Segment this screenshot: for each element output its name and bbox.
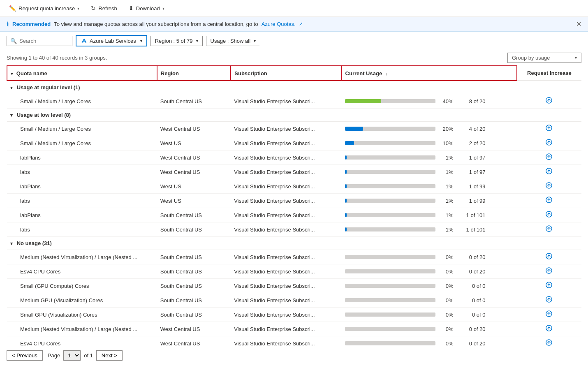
next-btn[interactable]: Next > — [96, 350, 123, 361]
chevron-down-icon: ▾ — [575, 56, 577, 60]
request-increase-cell[interactable] — [517, 264, 581, 279]
group-header-row[interactable]: ▾ No usage (31) — [7, 237, 581, 250]
group-by-dropdown[interactable]: Group by usage ▾ — [507, 53, 581, 63]
summary-row: Showing 1 to 40 of 40 records in 3 group… — [0, 50, 588, 65]
request-increase-icon[interactable] — [546, 125, 552, 132]
region-filter-pill[interactable]: Region : 5 of 79 ▾ — [150, 36, 203, 46]
subscription-cell: Visual Studio Enterprise Subscri... — [231, 336, 341, 346]
request-increase-icon[interactable] — [546, 311, 552, 318]
search-box[interactable]: 🔍 — [7, 36, 72, 46]
group-header-row[interactable]: ▾ Usage at low level (8) — [7, 109, 581, 122]
request-increase-cell[interactable] — [517, 222, 581, 237]
request-increase-cell[interactable] — [517, 122, 581, 136]
request-increase-icon[interactable] — [546, 297, 552, 304]
refresh-btn[interactable]: ↻ Refresh — [88, 3, 120, 13]
request-increase-cell[interactable] — [517, 336, 581, 346]
progress-bar-bg — [345, 199, 435, 203]
subscription-cell: Visual Studio Enterprise Subscri... — [231, 194, 341, 208]
azure-quotas-link[interactable]: Azure Quotas. — [262, 21, 296, 27]
quota-name-cell: labPlans — [7, 150, 157, 165]
progress-pct: 0% — [439, 254, 454, 260]
group-toggle-icon[interactable]: ▾ — [10, 241, 13, 246]
progress-bar-bg — [345, 227, 435, 231]
usage-cell: 1% 1 of 97 — [342, 150, 517, 165]
request-increase-icon[interactable] — [546, 282, 552, 289]
banner-close-btn[interactable]: ✕ — [576, 20, 581, 28]
quota-name-cell: Medium GPU (Visualization) Cores — [7, 293, 157, 308]
request-increase-cell[interactable] — [517, 208, 581, 222]
region-filter-label: Region : 5 of 79 — [155, 38, 193, 44]
download-btn[interactable]: ⬇ Download ▾ — [126, 3, 167, 13]
region-cell: South Central US — [157, 208, 231, 222]
progress-bar-bg — [345, 298, 435, 302]
recommended-badge: Recommended — [12, 21, 51, 27]
progress-pct: 0% — [439, 340, 454, 346]
search-input[interactable] — [19, 38, 69, 44]
progress-bar-bg — [345, 155, 435, 160]
request-increase-cell[interactable] — [517, 308, 581, 322]
col-header-current-usage[interactable]: Current Usage ↓ — [342, 66, 517, 81]
progress-val: 2 of 20 — [457, 140, 486, 146]
progress-val: 1 of 99 — [457, 183, 486, 190]
progress-pct: 1% — [439, 183, 454, 190]
prev-btn[interactable]: < Previous — [7, 350, 43, 361]
search-icon: 🔍 — [10, 38, 17, 44]
table-row: labPlans West Central US Visual Studio E… — [7, 150, 581, 165]
request-increase-cell[interactable] — [517, 150, 581, 165]
request-increase-icon[interactable] — [546, 154, 552, 161]
table-row: Small / Medium / Large Cores West Centra… — [7, 122, 581, 136]
group-toggle-icon[interactable]: ▾ — [10, 85, 13, 90]
request-increase-cell[interactable] — [517, 179, 581, 194]
request-increase-cell[interactable] — [517, 293, 581, 308]
col-header-region[interactable]: Region — [157, 66, 231, 81]
region-cell: South Central US — [157, 94, 231, 109]
col-header-request-increase: Request Increase — [517, 66, 581, 81]
request-increase-cell[interactable] — [517, 136, 581, 150]
subscription-cell: Visual Studio Enterprise Subscri... — [231, 150, 341, 165]
quota-name-cell: labPlans — [7, 208, 157, 222]
progress-bar-fill — [345, 184, 347, 188]
progress-pct: 0% — [439, 297, 454, 303]
request-increase-icon[interactable] — [546, 183, 552, 190]
subscription-cell: Visual Studio Enterprise Subscri... — [231, 293, 341, 308]
col-header-subscription[interactable]: Subscription — [231, 66, 341, 81]
request-increase-icon[interactable] — [546, 197, 552, 204]
request-quota-btn[interactable]: ✏️ Request quota increase ▾ — [7, 3, 82, 13]
pagination: < Previous Page 1 of 1 Next > — [0, 346, 588, 365]
usage-filter-label: Usage : Show all — [211, 38, 251, 44]
request-increase-cell[interactable] — [517, 279, 581, 293]
request-increase-icon[interactable] — [546, 254, 552, 261]
chevron-down-icon: ▾ — [254, 39, 256, 43]
group-header-row[interactable]: ▾ Usage at regular level (1) — [7, 81, 581, 94]
chevron-down-icon: ▾ — [196, 39, 198, 43]
progress-bar-bg — [345, 312, 435, 317]
info-icon: ℹ — [7, 21, 9, 28]
request-increase-icon[interactable] — [546, 212, 552, 219]
page-select[interactable]: 1 — [63, 350, 81, 361]
usage-cell: 0% 0 of 20 — [342, 322, 517, 336]
quota-name-cell: Esv4 CPU Cores — [7, 336, 157, 346]
progress-bar-bg — [345, 327, 435, 331]
request-increase-cell[interactable] — [517, 165, 581, 179]
group-toggle-icon[interactable]: ▾ — [10, 113, 13, 118]
service-dropdown[interactable]: Azure Lab Services ▾ — [76, 35, 147, 46]
request-increase-icon[interactable] — [546, 340, 552, 346]
request-increase-icon[interactable] — [546, 98, 552, 105]
request-increase-cell[interactable] — [517, 250, 581, 264]
usage-cell: 1% 1 of 99 — [342, 179, 517, 194]
request-increase-icon[interactable] — [546, 140, 552, 147]
request-increase-icon[interactable] — [546, 268, 552, 275]
request-increase-cell[interactable] — [517, 94, 581, 109]
request-increase-icon[interactable] — [546, 169, 552, 176]
col-header-quota[interactable]: ▾ Quota name — [7, 66, 157, 81]
request-increase-icon[interactable] — [546, 326, 552, 333]
progress-pct: 40% — [439, 98, 454, 104]
region-cell: South Central US — [157, 293, 231, 308]
request-increase-icon[interactable] — [546, 226, 552, 233]
usage-filter-pill[interactable]: Usage : Show all ▾ — [206, 36, 261, 46]
table-row: Esv4 CPU Cores South Central US Visual S… — [7, 264, 581, 279]
region-cell: West Central US — [157, 322, 231, 336]
collapse-all-icon[interactable]: ▾ — [11, 71, 13, 76]
request-increase-cell[interactable] — [517, 194, 581, 208]
request-increase-cell[interactable] — [517, 322, 581, 336]
